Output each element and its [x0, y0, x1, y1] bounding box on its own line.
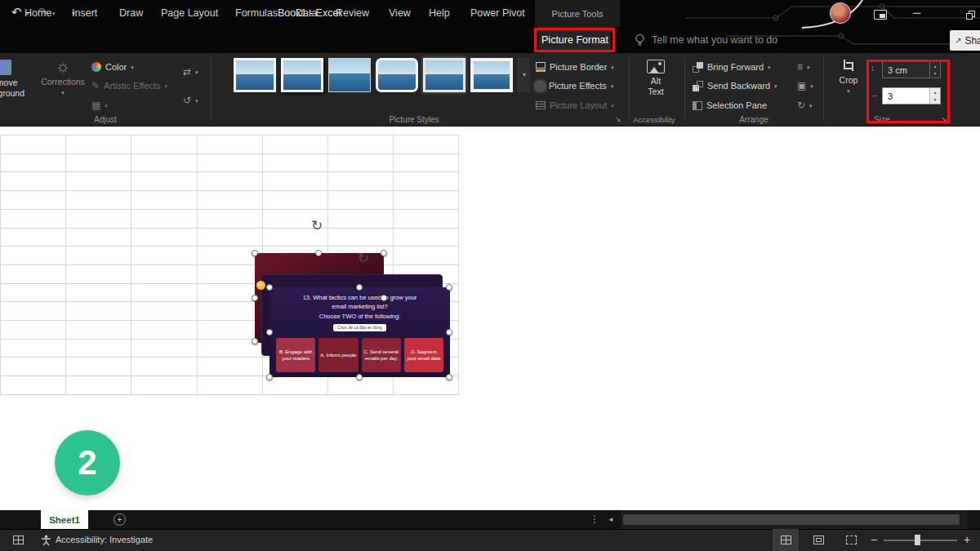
tell-me-box[interactable]: Tell me what you want to do	[652, 27, 777, 53]
selection-handle[interactable]	[252, 250, 258, 256]
zoom-slider-track[interactable]	[884, 540, 957, 541]
zoom-out-button[interactable]: −	[871, 529, 877, 551]
restore-window-button[interactable]	[966, 11, 975, 20]
rotate-handle-icon[interactable]: ↻	[311, 219, 323, 233]
chevron-down-icon[interactable]: ▾	[195, 98, 198, 104]
selection-handle[interactable]	[446, 284, 452, 291]
accessibility-status[interactable]: Accessibility: Investigate	[56, 529, 153, 551]
chevron-down-icon[interactable]: ▾	[61, 90, 65, 96]
tab-picture-format[interactable]: Picture Format	[539, 27, 611, 53]
scroll-left-icon[interactable]: ◄	[608, 510, 614, 529]
chevron-down-icon[interactable]: ▾	[774, 83, 777, 89]
selection-handle[interactable]	[356, 374, 363, 380]
zoom-slider-thumb[interactable]	[915, 535, 920, 545]
group-objects-button[interactable]: ▣ ▾	[797, 78, 813, 94]
chevron-down-icon[interactable]: ▾	[809, 103, 813, 109]
chevron-down-icon[interactable]: ▾	[165, 83, 168, 89]
picture-style-thumbnail[interactable]	[234, 58, 276, 92]
undo-icon[interactable]: ↶	[11, 6, 22, 18]
avatar[interactable]	[830, 2, 851, 24]
chevron-down-icon[interactable]: ▾	[768, 64, 771, 70]
tab-view[interactable]: View	[389, 0, 411, 26]
zoom-in-button[interactable]: +	[964, 529, 970, 551]
chevron-down-icon[interactable]: ▾	[611, 64, 614, 70]
tab-draw[interactable]: Draw	[119, 0, 143, 26]
page-break-view-button[interactable]	[838, 529, 864, 551]
chevron-down-icon[interactable]: ▾	[611, 83, 614, 89]
spinner-up-icon[interactable]: ▴	[930, 88, 940, 96]
remove-background-button[interactable]: Remove Background	[0, 56, 31, 118]
dialog-launcher-icon[interactable]: ↘	[941, 116, 947, 123]
color-button[interactable]: Color ▾	[91, 59, 134, 75]
corrections-button[interactable]: ☼ Corrections ▾	[38, 56, 88, 118]
tab-home[interactable]: Home	[24, 0, 51, 26]
display-settings-icon[interactable]	[874, 10, 887, 20]
tab-data[interactable]: Data	[296, 0, 317, 26]
page-layout-view-button[interactable]	[805, 529, 831, 551]
spinner-up-icon[interactable]: ▴	[930, 62, 940, 70]
transparency-button[interactable]: ▦ ▾	[91, 97, 108, 113]
picture-style-thumbnail[interactable]	[328, 58, 371, 92]
rotate-handle-icon[interactable]: ↻	[358, 251, 369, 265]
chevron-down-icon[interactable]: ▾	[611, 103, 614, 109]
tab-page-layout[interactable]: Page Layout	[161, 0, 218, 26]
selection-handle[interactable]	[356, 284, 363, 291]
chevron-down-icon[interactable]: ▾	[105, 103, 108, 109]
picture-style-thumbnail[interactable]	[470, 58, 513, 92]
selection-handle[interactable]	[446, 329, 452, 335]
reset-picture-button[interactable]: ↺ ▾	[183, 92, 198, 109]
height-spinner[interactable]: ▴ ▾	[929, 62, 940, 78]
horizontal-scrollbar-thumb[interactable]	[623, 514, 960, 525]
selection-handle[interactable]	[381, 295, 387, 301]
shape-height-input[interactable]: 3 cm ▴ ▾	[882, 61, 941, 78]
chevron-down-icon[interactable]: ▾	[195, 69, 198, 75]
alt-text-button[interactable]: Alt Text	[635, 56, 676, 118]
picture-styles-more-button[interactable]: ▾	[518, 58, 530, 92]
shape-width-input[interactable]: 3 ▴ ▾	[882, 87, 941, 104]
horizontal-scrollbar[interactable]	[621, 510, 968, 529]
tab-review[interactable]: Review	[336, 0, 369, 26]
selection-handle[interactable]	[266, 284, 273, 291]
selection-handle[interactable]	[252, 338, 258, 344]
selection-handle[interactable]	[266, 329, 273, 335]
sheet-options-dots-icon[interactable]: ⋮	[590, 510, 599, 529]
spinner-down-icon[interactable]: ▾	[930, 70, 940, 78]
align-objects-button[interactable]: ≡ ▾	[797, 59, 810, 75]
picture-style-thumbnail[interactable]	[423, 58, 466, 92]
send-backward-button[interactable]: Send Backward ▾	[693, 78, 777, 94]
selection-handle[interactable]	[446, 374, 452, 380]
artistic-effects-button[interactable]: ✎ Artistic Effects ▾	[91, 78, 167, 94]
redo-chevron-icon[interactable]: ▾	[52, 11, 56, 16]
tab-help[interactable]: Help	[429, 0, 450, 26]
change-picture-button[interactable]: ⇄ ▾	[183, 64, 198, 80]
crop-button[interactable]: Crop ▾	[830, 56, 867, 120]
selection-handle[interactable]	[315, 250, 322, 256]
picture-effects-button[interactable]: Picture Effects ▾	[536, 78, 613, 94]
tab-power-pivot[interactable]: Power Pivot	[470, 0, 525, 26]
width-spinner[interactable]: ▴ ▾	[929, 88, 940, 104]
picture-style-thumbnail[interactable]	[376, 58, 418, 92]
embedded-picture-front[interactable]: 13. What tactics can be used to grow you…	[270, 287, 450, 377]
selection-handle[interactable]	[252, 295, 258, 301]
picture-style-thumbnail[interactable]	[281, 58, 323, 92]
rotate-objects-button[interactable]: ↻ ▾	[797, 97, 813, 113]
tab-formulas[interactable]: Formulas	[235, 0, 278, 26]
chevron-down-icon[interactable]: ▾	[810, 83, 813, 89]
chevron-down-icon[interactable]: ▾	[807, 64, 810, 70]
selection-handle[interactable]	[381, 250, 387, 256]
picture-border-button[interactable]: Picture Border ▾	[536, 59, 614, 75]
spinner-down-icon[interactable]: ▾	[930, 96, 940, 104]
add-sheet-button[interactable]: +	[114, 513, 126, 526]
normal-view-button[interactable]	[773, 529, 799, 551]
chevron-down-icon[interactable]: ▾	[847, 88, 850, 94]
bring-forward-button[interactable]: Bring Forward ▾	[693, 59, 771, 75]
minimize-button[interactable]: ─	[913, 7, 920, 19]
selection-pane-button[interactable]: Selection Pane	[693, 97, 767, 113]
macro-record-icon[interactable]	[13, 535, 24, 544]
tab-insert[interactable]: Insert	[72, 0, 97, 26]
share-button[interactable]: ↗ Share	[950, 30, 980, 51]
sheet-tab-sheet1[interactable]: Sheet1	[41, 510, 88, 529]
selection-handle[interactable]	[266, 374, 273, 380]
picture-layout-button[interactable]: Picture Layout ▾	[536, 97, 614, 113]
chevron-down-icon[interactable]: ▾	[131, 64, 134, 70]
